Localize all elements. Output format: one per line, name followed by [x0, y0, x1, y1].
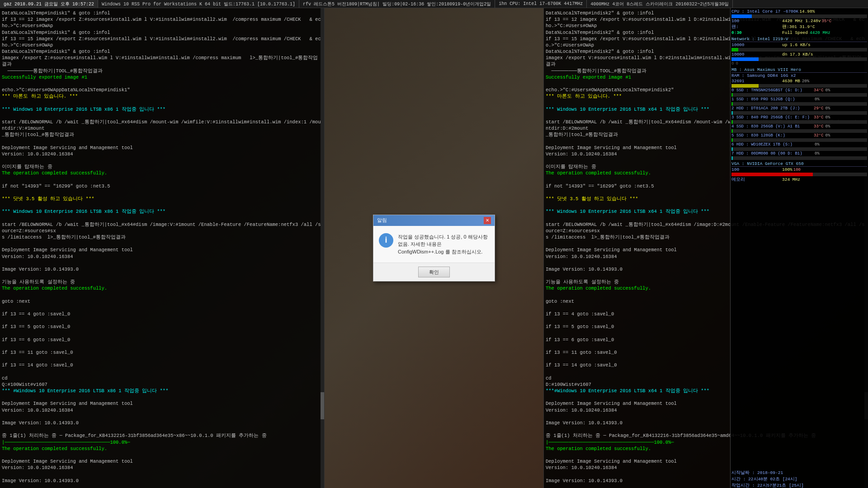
terminal-line	[2, 413, 322, 420]
terminal-line	[2, 240, 322, 247]
cpu-bar-container	[731, 14, 867, 18]
drive-label-row: 7 HDD : 00DM000 00 (00 D: B1)0%	[731, 151, 867, 156]
net-down-bar-container	[731, 57, 867, 61]
terminal-line	[2, 484, 322, 488]
drive-label: 2 HDD : DT01ACA 200 2TB (J:)	[731, 106, 813, 111]
titlebar-rfv[interactable]: rfv 레드스톤5 버전1809|RTM넘침| 빌딩:09|02-16:36 쌓…	[299, 0, 495, 8]
drive-label: 6 HDD : WD10EZEX 1TB (S:)	[731, 142, 813, 147]
drive-pct: 0%	[826, 88, 830, 93]
drive-row: 5 SSD : 830 128GB (K:)32°C0%	[731, 133, 867, 142]
terminal-line: Version: 10.0.10240.16384	[2, 151, 322, 157]
terminal-line: start /BELOWNORMAL /b /wait _통합하기|tool_#…	[2, 119, 322, 131]
drive-label: 3 SSD : 840 PRO 256GB (C: E: F:)	[731, 115, 813, 120]
ram-label: RAM : Samsung DDR4 16G x2	[731, 73, 796, 78]
system-monitor: CPU : Intel Core i7 -6700K 14.98% 100 44…	[730, 8, 868, 488]
cpu-boost-row: 0:30 Full Speed 4420 MHz	[731, 30, 867, 35]
drive-bar-container	[731, 147, 867, 151]
terminal-line: s /limitaccess l>_통합하기|tool_#통합작업결과	[2, 234, 322, 240]
dialog-ok-button[interactable]: 확인	[418, 267, 450, 277]
dialog-footer: 확인	[373, 263, 495, 281]
terminal-line	[2, 426, 322, 432]
titlebar-ihn[interactable]: ihn CPU: Intel i7-6700K 4417MHz	[495, 0, 587, 8]
drive-label-row: 2 HDD : DT01ACA 200 2TB (J:)29°C0%	[731, 106, 867, 111]
drive-label-row: 0 SSD : THNSNH256GBST (G: D:)34°C0%	[731, 88, 867, 93]
cpu-row: CPU : Intel Core i7 -6700K 14.98%	[731, 9, 867, 14]
terminal-line: if 13 == 15 imagex /export Z:#sources#in…	[2, 36, 322, 48]
drive-label: 0 SSD : THNSNH256GBST (G: D:)	[731, 88, 813, 93]
left-scrollbar[interactable]	[321, 8, 324, 488]
start-date-label: 시작날짜 : 2018-09-21	[731, 470, 783, 476]
net-val-row: 0 0	[731, 61, 867, 66]
terminal-line	[2, 215, 322, 221]
terminal-line: Version: 10.0.10240.16384	[2, 465, 322, 471]
dialog-message-line1: 작업을 성공했습니다. 1 성공, 0 해당사항 없음. 자세한 내용은	[398, 234, 488, 247]
terminal-line	[2, 343, 322, 349]
terminal-line	[2, 138, 322, 144]
terminal-line: Data%Local%Temp#indisk1" & goto :infol	[2, 29, 322, 36]
left-scrollbar-thumb[interactable]	[321, 392, 324, 419]
vga-bar-container	[731, 173, 867, 176]
cpu-temp: 35°C	[822, 19, 832, 23]
cpu-fan-value: 팬:301 31.9°C	[782, 24, 815, 30]
terminal-line: Image Version: 10.0.14393.0	[2, 478, 322, 484]
boost-value: Full Speed	[782, 30, 808, 35]
run-time-row: 시간 : 22시40분 02초 [24시]	[731, 476, 867, 482]
dialog-titlebar[interactable]: 알림 ✕	[373, 215, 495, 226]
terminal-line	[2, 317, 322, 324]
terminal-line: if 13 == 11 goto :savel_0	[2, 349, 322, 356]
titlebar-win10[interactable]: Windows 10 RSS Pro for Workstations K 64…	[98, 0, 299, 8]
alert-dialog[interactable]: 알림 ✕ i 작업을 성공했습니다. 1 성공, 0 해당사항 없음. 자세한 …	[373, 215, 495, 282]
drive-row: 4 SSD : 830 256GB (V:) A1 B133°C0%	[731, 124, 867, 133]
net-up-label: 10000	[731, 42, 781, 47]
network-section: Network : Intel I219-V	[731, 37, 867, 42]
dialog-close-button[interactable]: ✕	[484, 217, 491, 224]
drive-bar	[731, 102, 733, 106]
terminal-line: if 13 == 6 goto :savel_0	[2, 337, 322, 343]
mb-section: MB : Asus Maximus VIII Hero	[731, 67, 867, 73]
work-time-label: 작업시간 : 22시57분21초 [25시]	[731, 483, 804, 488]
drive-bar-container	[731, 156, 867, 160]
titlebar-gaz[interactable]: gaz 2018.09.21 금요일 오후 10:57:22	[0, 0, 98, 8]
terminal-line: imagex /export Z:#sources#install.wim l …	[2, 55, 322, 67]
terminal-line	[2, 330, 322, 337]
drive-bar-container	[731, 102, 867, 106]
terminal-line	[2, 471, 322, 477]
left-terminal[interactable]: Data%Local%Temp#indisk1" & goto :infolif…	[0, 8, 325, 488]
drive-bar	[731, 111, 733, 115]
drive-bar	[731, 93, 733, 97]
drive-pct: 0%	[826, 115, 830, 120]
drive-bar-container	[731, 120, 867, 124]
terminal-line	[2, 113, 322, 119]
drive-row: 7 HDD : 00DM000 00 (00 D: B1)0%	[731, 151, 867, 160]
boost-freq: 4420 MHz	[810, 30, 830, 35]
drive-pct: 0%	[815, 151, 820, 156]
boost-label: 0:30	[731, 30, 781, 35]
terminal-line: if 13 == 5 goto :savel_0	[2, 324, 322, 330]
terminal-line: *** Windows 10 Enterprise 2016 LTSB x86 …	[2, 106, 322, 113]
vga-temp: 100	[793, 168, 801, 172]
drive-temp: 32°C	[814, 133, 824, 138]
terminal-line: Version: 10.0.10240.16384	[2, 253, 322, 260]
terminal-line	[2, 356, 322, 362]
vga-label: 100	[731, 167, 781, 172]
drive-label-row: 3 SSD : 840 PRO 256GB (C: E: F:)33°C0%	[731, 115, 867, 120]
net-down-bar	[731, 57, 759, 61]
terminal-line: The operation completed successfully.	[2, 446, 322, 452]
net-up-value: up 1.6 KB/s	[782, 42, 811, 47]
cpu-freq-row: 100 4420 MHz 1.248v 35°C	[731, 19, 867, 23]
terminal-line: *** #Windows 10 Enterprise 2016 LTSB x86…	[2, 388, 322, 394]
terminal-line	[2, 394, 322, 400]
titlebar-freq[interactable]: 4000MHz 4코어 8스레드 스카이레이크 20160322~2년5개월30…	[587, 0, 733, 8]
ram-row: RAM : Samsung DDR4 16G x2	[731, 73, 867, 78]
terminal-line: if 13 == 12 imagex /export Z:#sources#in…	[2, 16, 322, 29]
cpu-label: CPU : Intel Core i7 -6700K	[731, 9, 798, 14]
terminal-line: The operation completed successfully.	[2, 285, 322, 291]
dialog-body: i 작업을 성공했습니다. 1 성공, 0 해당사항 없음. 자세한 내용은 C…	[373, 226, 495, 263]
ram-freq-value: 4630 MB	[782, 79, 800, 84]
sysmon-bottom: 시작날짜 : 2018-09-21 시간 : 22시40분 02초 [24시] …	[731, 470, 867, 488]
ram-freq-row: 32691 4630 MB 20%	[731, 79, 867, 84]
drive-label: 5 SSD : 830 128GB (K:)	[731, 133, 813, 138]
terminal-line	[2, 272, 322, 279]
drive-pct: 0%	[826, 124, 830, 129]
dialog-overlay: 알림 ✕ i 작업을 성공했습니다. 1 성공, 0 해당사항 없음. 자세한 …	[325, 8, 543, 488]
